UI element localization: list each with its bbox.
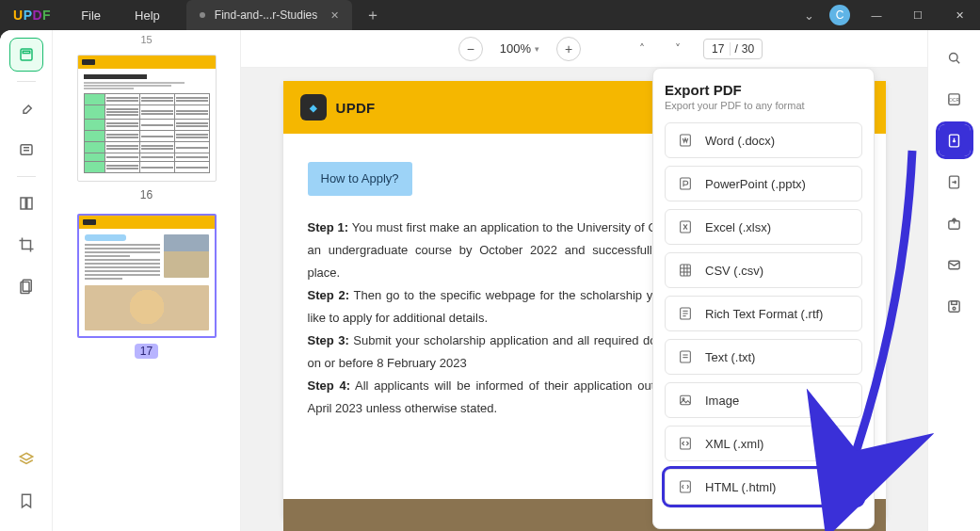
export-html-option[interactable]: HTML (.html): [665, 469, 862, 505]
export-powerpoint-option[interactable]: PowerPoint (.pptx): [665, 166, 862, 201]
rtf-icon: [677, 305, 694, 322]
user-avatar[interactable]: C: [829, 5, 850, 25]
svg-rect-24: [681, 395, 691, 404]
zoom-out-button[interactable]: −: [458, 37, 483, 61]
search-button[interactable]: [939, 41, 971, 73]
svg-line-29: [956, 59, 959, 62]
svg-rect-12: [681, 265, 691, 276]
convert-button[interactable]: [939, 166, 971, 198]
image-icon: [677, 392, 694, 409]
save-button[interactable]: [939, 290, 971, 322]
export-text-label: Text (.txt): [705, 350, 755, 364]
share-button[interactable]: [939, 207, 971, 239]
thumbnail-16[interactable]: 16: [77, 55, 217, 202]
ocr-button[interactable]: OCR: [939, 83, 971, 115]
export-pdf-panel: Export PDF Export your PDF to any format…: [652, 68, 875, 529]
export-csv-label: CSV (.csv): [705, 264, 763, 278]
export-rtf-option[interactable]: Rich Text Format (.rtf): [665, 296, 862, 331]
thumbnail-17[interactable]: 17: [77, 214, 217, 359]
export-html-label: HTML (.html): [705, 480, 776, 494]
svg-rect-21: [681, 351, 691, 362]
thumbnail-label-17: 17: [135, 344, 158, 359]
separator: [17, 81, 36, 82]
window-maximize-button[interactable]: ☐: [897, 0, 939, 30]
thumbnail-18[interactable]: [77, 370, 217, 383]
export-excel-option[interactable]: Excel (.xlsx): [665, 209, 862, 245]
export-word-label: Word (.docx): [705, 134, 775, 148]
menu-help[interactable]: Help: [118, 8, 177, 23]
window-minimize-button[interactable]: —: [856, 0, 897, 30]
view-toolbar: − 100%▾ + ˄ ˅ 17 / 30: [241, 30, 927, 68]
right-toolbar: OCR: [927, 30, 980, 531]
brand-logo-icon: ◆: [300, 94, 327, 121]
export-xml-option[interactable]: XML (.xml): [665, 426, 862, 461]
export-rtf-label: Rich Text Format (.rtf): [705, 307, 823, 321]
layers-tool[interactable]: [9, 442, 43, 476]
email-button[interactable]: [939, 249, 971, 281]
tab-modified-indicator: [200, 12, 205, 18]
svg-rect-9: [681, 135, 691, 146]
tab-close-button[interactable]: ✕: [327, 8, 343, 24]
svg-rect-6: [26, 198, 31, 209]
word-icon: [677, 132, 694, 149]
window-more-button[interactable]: ⌄: [795, 8, 824, 23]
export-powerpoint-label: PowerPoint (.pptx): [705, 177, 806, 191]
zoom-level[interactable]: 100%▾: [498, 41, 541, 56]
app-logo: UPDF: [0, 8, 64, 23]
export-title: Export PDF: [665, 82, 862, 98]
export-excel-label: Excel (.xlsx): [705, 220, 771, 234]
pages-tool[interactable]: [9, 269, 43, 303]
page-indicator[interactable]: 17 / 30: [703, 39, 763, 59]
text-icon: [677, 348, 694, 365]
menu-file[interactable]: File: [64, 8, 118, 23]
export-csv-option[interactable]: CSV (.csv): [665, 252, 862, 288]
thumbnails-tool[interactable]: [9, 38, 43, 72]
zoom-in-button[interactable]: +: [556, 37, 581, 61]
bookmark-tool[interactable]: [9, 484, 43, 518]
page-text-column: How to Apply? Step 1: You must first mak…: [308, 162, 703, 439]
separator: [17, 176, 36, 177]
xml-icon: [677, 435, 694, 452]
brand-name: UPDF: [336, 100, 376, 116]
how-to-apply-heading: How to Apply?: [308, 162, 412, 196]
svg-point-28: [950, 53, 958, 60]
thumbnail-label-16: 16: [135, 187, 158, 202]
excel-icon: [677, 218, 694, 235]
svg-point-38: [953, 307, 956, 310]
export-word-option[interactable]: Word (.docx): [665, 122, 862, 158]
svg-rect-5: [21, 198, 25, 209]
html-icon: [677, 478, 694, 495]
crop-tool[interactable]: [9, 228, 43, 262]
left-toolbar: [0, 30, 53, 531]
export-text-option[interactable]: Text (.txt): [665, 339, 862, 375]
prev-page-button[interactable]: ˄: [632, 42, 652, 56]
svg-rect-10: [681, 178, 691, 189]
document-tab[interactable]: Find-and-...r-Studies ✕: [186, 0, 352, 30]
svg-rect-1: [23, 51, 30, 53]
organize-tool[interactable]: [9, 186, 43, 220]
svg-text:OCR: OCR: [949, 97, 959, 102]
annotate-tool[interactable]: [9, 91, 43, 125]
new-tab-button[interactable]: ＋: [352, 6, 394, 25]
export-image-option[interactable]: Image: [665, 382, 862, 418]
thumbnail-panel: 15: [53, 30, 241, 531]
edit-tool[interactable]: [9, 133, 43, 167]
main-surface: 15: [0, 30, 980, 531]
csv-icon: [677, 262, 694, 279]
svg-rect-37: [952, 300, 957, 304]
export-image-label: Image: [705, 394, 739, 408]
next-page-button[interactable]: ˅: [667, 42, 688, 56]
window-close-button[interactable]: ✕: [939, 0, 980, 30]
export-subtitle: Export your PDF to any format: [665, 100, 862, 111]
tab-title: Find-and-...r-Studies: [215, 8, 317, 22]
export-button[interactable]: [939, 124, 971, 156]
thumbnail-label-15: 15: [140, 34, 152, 45]
export-xml-label: XML (.xml): [705, 437, 763, 451]
titlebar: UPDF File Help Find-and-...r-Studies ✕ ＋…: [0, 0, 980, 30]
powerpoint-icon: [677, 175, 694, 192]
document-area: − 100%▾ + ˄ ˅ 17 / 30 ◆ UPDF How to Appl…: [241, 30, 927, 531]
